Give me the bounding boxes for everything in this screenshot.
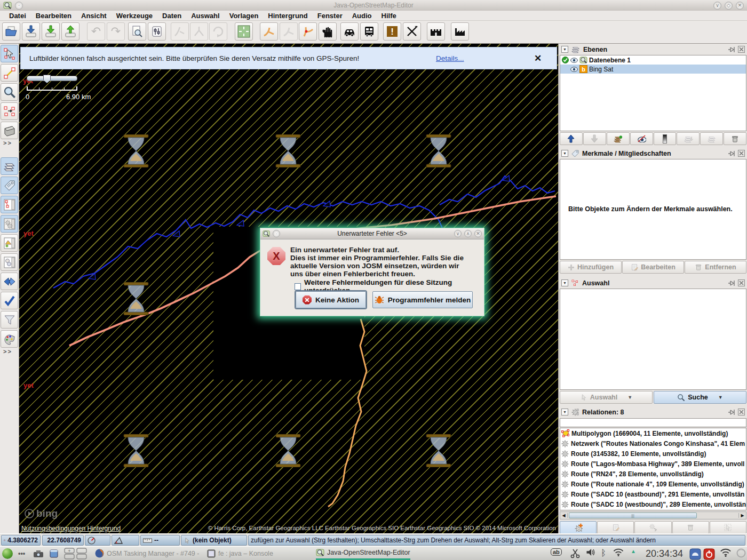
toggle-changeset-panel-button[interactable]	[1, 234, 18, 252]
relation-row[interactable]: Multipolygon (1669004, 11 Elemente, unvo…	[560, 428, 746, 438]
menu-hintergrund[interactable]: Hintergrund	[263, 12, 312, 20]
window-list-icon[interactable]	[49, 549, 59, 558]
relation-row[interactable]: Route ("SADC 10 (eastbound)", 291 Elemen…	[560, 489, 746, 499]
layer-up-button[interactable]	[560, 132, 583, 145]
more-modes-expander[interactable]: >>	[3, 140, 12, 146]
dialog-shade-icon[interactable]: ∨	[454, 230, 462, 237]
volume-icon[interactable]	[586, 548, 595, 556]
menu-ansicht[interactable]: Ansicht	[76, 12, 112, 20]
preview-search-button[interactable]	[128, 22, 146, 41]
relation-row[interactable]: Route ("RN24", 28 Elemente, unvollständi…	[560, 469, 746, 479]
task-konsole[interactable]: fe : java – Konsole	[207, 549, 273, 558]
panel-close-icon[interactable]	[738, 279, 745, 286]
terms-of-use-link[interactable]: Nutzungsbedingungen Hintergrund	[21, 525, 121, 532]
zoom-mode-button[interactable]	[1, 83, 18, 101]
layer-name[interactable]: Bing Sat	[589, 66, 613, 73]
network-icon[interactable]	[719, 548, 732, 557]
stick-pin-icon[interactable]	[728, 150, 735, 157]
scrollbar-thumb[interactable]: |||	[569, 513, 697, 518]
delete-layer-button[interactable]	[724, 132, 746, 145]
preset-car-button[interactable]	[340, 22, 359, 41]
dialog-titlebar[interactable]: · Unerwarteter Fehler <5> ∨ ∧ ✕	[260, 228, 484, 239]
selection-menu-button[interactable]: Auswahl▼	[560, 391, 653, 404]
opacity-button[interactable]	[654, 132, 677, 145]
relation-row[interactable]: Route ("SADC 10 (westbound)", 289 Elemen…	[560, 499, 746, 509]
search-button[interactable]: Suche▼	[654, 391, 746, 404]
toggle-selection-panel-button[interactable]	[1, 196, 18, 213]
edit-tag-button[interactable]: Bearbeiten	[622, 261, 684, 274]
no-action-button[interactable]: Keine Aktion	[296, 291, 366, 308]
panel-close-icon[interactable]	[738, 409, 745, 415]
relation-row[interactable]: Route ("Lagos-Mombasa Highway", 389 Elem…	[560, 459, 746, 469]
preferences-button[interactable]	[148, 22, 166, 41]
open-button[interactable]	[2, 22, 20, 41]
visibility-eye-icon[interactable]	[570, 67, 578, 72]
menu-datei[interactable]: Datei	[4, 12, 31, 20]
draw-mode-button[interactable]	[1, 64, 18, 82]
building-tool-button[interactable]	[1, 122, 18, 139]
task-firefox[interactable]: OSM Tasking Manager - #749 -	[95, 549, 199, 558]
scroll-right-arrow[interactable]: ▶	[738, 513, 746, 518]
add-relation-button[interactable]	[560, 521, 597, 534]
relation-filter-input[interactable]	[560, 418, 746, 427]
dialog-unshade-icon[interactable]: ∧	[464, 230, 472, 237]
select-mode-button[interactable]	[1, 45, 18, 62]
active-check-icon[interactable]	[562, 57, 569, 63]
menu-werkzeuge[interactable]: Werkzeuge	[112, 12, 157, 20]
unglue-ways-button[interactable]	[260, 22, 278, 41]
add-tag-button[interactable]: Hinzufügen	[560, 261, 622, 274]
menu-bearbeiten[interactable]: Bearbeiten	[31, 12, 76, 20]
toggle-properties-panel-button[interactable]	[1, 177, 18, 194]
report-bug-button[interactable]: Programmfehler melden	[372, 291, 473, 308]
more-panels-expander[interactable]: >>	[3, 348, 12, 355]
collapse-icon[interactable]: ▼	[561, 46, 568, 53]
save-button[interactable]	[22, 22, 40, 41]
virtual-desktop-pager[interactable]: +	[64, 548, 88, 559]
menu-auswahl[interactable]: Auswahl	[186, 12, 224, 20]
duplicate-layer-button[interactable]	[677, 132, 700, 145]
stick-pin-icon[interactable]	[728, 46, 735, 53]
preset-factory-button[interactable]	[451, 22, 469, 41]
new-layer-button[interactable]	[700, 132, 723, 145]
collapse-icon[interactable]: ▼	[561, 150, 568, 157]
keyboard-layout-icon[interactable]: ab	[551, 548, 562, 556]
download-button[interactable]	[42, 22, 60, 41]
dialog-menu-button[interactable]: ·	[273, 230, 280, 237]
start-menu-button[interactable]	[2, 548, 13, 559]
preset-warning-button[interactable]: !	[383, 22, 401, 41]
remove-tag-button[interactable]: Entfernen	[685, 261, 746, 274]
toggle-relations-panel-button[interactable]	[1, 215, 18, 233]
wifi-icon[interactable]	[613, 548, 624, 556]
relation-row[interactable]: Route (3145382, 10 Elemente, unvollständ…	[560, 449, 746, 459]
power-icon[interactable]	[703, 548, 715, 560]
preset-castle-button[interactable]	[427, 22, 445, 41]
screenshot-tool-icon[interactable]	[33, 549, 44, 558]
edit-relation-button[interactable]	[597, 521, 634, 534]
merge-layer-button[interactable]	[607, 132, 630, 145]
pan-hand-button[interactable]	[319, 22, 337, 41]
toggle-filter-panel-button[interactable]	[1, 311, 18, 329]
split-node-button[interactable]	[299, 22, 317, 41]
updater-icon[interactable]	[736, 548, 746, 558]
menu-audio[interactable]: Audio	[347, 12, 377, 20]
relation-row[interactable]: Netzwerk ("Routes Nationales Congo Kinsh…	[560, 438, 746, 449]
layer-down-button[interactable]	[583, 132, 606, 145]
peek-dots-button[interactable]: •••	[18, 550, 25, 557]
panel-close-icon[interactable]	[738, 150, 745, 157]
menu-vorlagen[interactable]: Vorlagen	[225, 12, 264, 20]
menu-hilfe[interactable]: Hilfe	[377, 12, 401, 20]
select-relation-button[interactable]	[710, 521, 746, 534]
visibility-eye-icon[interactable]	[570, 58, 578, 63]
checkbox-box[interactable]	[295, 283, 301, 290]
collapse-icon[interactable]: ▼	[561, 409, 568, 415]
relations-hscrollbar[interactable]: ◀ ||| ▶	[560, 511, 746, 519]
collapse-icon[interactable]: ▼	[561, 279, 568, 286]
layer-name[interactable]: Datenebene 1	[589, 57, 631, 64]
upload-button[interactable]	[61, 22, 80, 41]
toggle-validator-panel-button[interactable]	[1, 292, 18, 309]
menu-fenster[interactable]: Fenster	[313, 12, 347, 20]
toggle-layers-panel-button[interactable]	[1, 157, 18, 175]
bluetooth-icon[interactable]: ᛒ	[601, 548, 606, 558]
toggle-conflicts-panel-button[interactable]	[1, 273, 18, 290]
stick-pin-icon[interactable]	[728, 279, 735, 287]
